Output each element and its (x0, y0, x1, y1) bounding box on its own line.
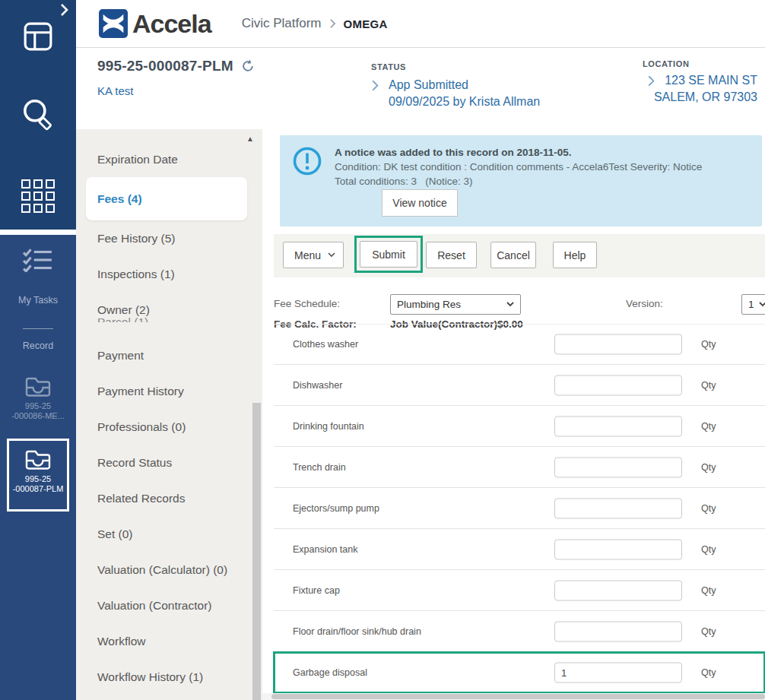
fee-item-label: Dishwasher (293, 380, 342, 391)
horizontal-scrollbar-thumb[interactable] (271, 694, 765, 699)
menu-item-label: Workflow History (1) (97, 670, 203, 684)
menu-item-label: Fees (4) (97, 192, 142, 206)
sidebar-record-tab-000086[interactable]: 995-25 -000086-ME... (0, 374, 76, 421)
notice-totals-line: Total conditions: 3 (Notice: 3) (335, 174, 702, 188)
menu-item[interactable]: Owner (2) Parcel (1) (76, 292, 262, 328)
qty-unit-label: Qty (701, 421, 716, 432)
record-tab-line1: 995-25 (0, 474, 76, 484)
menu-item-label: Set (0) (97, 527, 133, 541)
menu-item-label: Valuation (Calculator) (0) (97, 563, 227, 577)
notice-title: A notice was added to this record on 201… (335, 145, 702, 160)
qty-unit-label: Qty (701, 462, 716, 473)
menu-item-clipped-label: Parcel (1) (97, 315, 148, 322)
fee-quantity-input[interactable] (554, 539, 682, 559)
fee-schedule-select[interactable]: Plumbing Res (390, 294, 521, 315)
sidebar-expand-icon[interactable] (59, 3, 69, 17)
view-notice-button[interactable]: View notice (382, 189, 458, 217)
fee-row: Ejectors/sump pump Qty (274, 488, 765, 529)
reset-button[interactable]: Reset (426, 242, 477, 268)
menu-item[interactable]: Workflow History (1) (76, 659, 262, 695)
cancel-button[interactable]: Cancel (490, 242, 536, 268)
menu-item-label: Record Status (97, 456, 172, 470)
fee-schedule-selected-value: Plumbing Res (397, 299, 461, 310)
fee-item-label: Fixture cap (293, 585, 340, 596)
fee-quantity-input[interactable] (554, 457, 682, 477)
fee-row: Expansion tank Qty (274, 529, 765, 570)
menu-item-label: Workflow (97, 635, 145, 648)
fee-row: Drinking fountain Qty (274, 406, 765, 447)
sidebar-divider (23, 328, 53, 329)
qty-unit-label: Qty (701, 380, 716, 391)
record-id: 995-25-000087-PLM (97, 58, 233, 74)
accela-app-window: My Tasks Record 995-25 -000086-ME... 995… (0, 0, 765, 700)
menu-item[interactable]: Inspections (1) (76, 256, 262, 292)
fee-schedule-label: Fee Schedule: (274, 298, 340, 309)
fee-item-label: Trench drain (293, 462, 346, 473)
qty-unit-label: Qty (701, 667, 716, 678)
fees-main-content: A notice was added to this record on 201… (262, 129, 765, 700)
status-chevron-icon[interactable] (371, 80, 379, 91)
my-tasks-icon[interactable] (0, 248, 76, 272)
submit-button[interactable]: Submit (360, 241, 417, 268)
fee-quantity-input[interactable] (554, 498, 682, 518)
menu-item[interactable]: Fee History (5) (76, 220, 262, 256)
launchpad-icon[interactable] (0, 21, 76, 52)
notice-banner: A notice was added to this record on 201… (280, 135, 762, 226)
menu-item[interactable]: Payment (76, 337, 262, 373)
menu-item[interactable]: Related Records (76, 480, 262, 516)
location-label: LOCATION (643, 59, 757, 68)
qty-unit-label: Qty (701, 626, 716, 637)
chevron-down-icon (759, 302, 765, 307)
accela-logo-icon (99, 9, 128, 38)
fee-quantity-input[interactable] (554, 621, 682, 641)
sidebar-item-my-tasks[interactable]: My Tasks (0, 295, 76, 306)
version-selected-value: 1 (748, 299, 754, 310)
menu-item[interactable]: Professionals (0) (76, 409, 262, 445)
app-launcher-icon[interactable] (0, 179, 76, 213)
location-block: LOCATION 123 SE MAIN ST SALEM, OR 97303 (643, 59, 757, 104)
fee-quantity-input[interactable] (554, 662, 682, 683)
menu-item-label: Payment History (97, 385, 184, 398)
horizontal-scrollbar-track[interactable] (262, 693, 765, 700)
breadcrumb-chevron-icon (329, 18, 336, 29)
version-label: Version: (626, 298, 663, 309)
version-select[interactable]: 1 (741, 294, 765, 315)
menu-item[interactable]: Fees (4) (86, 177, 247, 220)
qty-unit-label: Qty (701, 585, 716, 596)
status-value: App Submitted (389, 78, 468, 92)
menu-item[interactable]: Valuation (Contractor) (76, 588, 262, 623)
fee-row: Clothes washer Qty (274, 324, 765, 365)
qty-unit-label: Qty (701, 339, 716, 350)
menu-item[interactable]: Workflow (76, 623, 262, 659)
menu-item[interactable]: Set (0) (76, 516, 262, 552)
breadcrumb-product: Civic Platform (242, 16, 322, 31)
menu-item[interactable]: Payment History (76, 373, 262, 409)
fee-row: Dishwasher Qty (274, 365, 765, 406)
chevron-down-icon (328, 252, 335, 258)
menu-item-label: Fee History (5) (97, 232, 176, 245)
menu-item[interactable]: Record Status (76, 445, 262, 480)
menu-item[interactable]: Expiration Date (76, 141, 262, 177)
menu-button-label: Menu (294, 249, 321, 261)
fee-quantity-input[interactable] (554, 334, 682, 355)
fee-row: Garbage disposal Qty (274, 652, 765, 693)
record-tab-line1: 995-25 (0, 401, 76, 411)
refresh-icon[interactable] (241, 59, 255, 73)
menu-item[interactable]: Valuation (Calculator) (0) (76, 552, 262, 588)
fee-quantity-input[interactable] (554, 580, 682, 600)
qty-unit-label: Qty (701, 503, 716, 514)
location-address-line1: 123 SE MAIN ST (665, 74, 757, 87)
fee-item-label: Expansion tank (293, 544, 357, 555)
status-label: STATUS (371, 62, 406, 71)
fee-item-label: Garbage disposal (293, 667, 367, 678)
search-icon[interactable] (0, 97, 76, 134)
sidebar-record-tab-000087[interactable]: 995-25 -000087-PLM (0, 447, 76, 494)
menu-scrollbar-thumb[interactable] (252, 403, 261, 700)
location-chevron-icon[interactable] (647, 75, 655, 87)
menu-item-label: Inspections (1) (97, 268, 175, 281)
help-button[interactable]: Help (553, 242, 597, 268)
fee-quantity-input[interactable] (554, 375, 682, 395)
menu-item-label: Valuation (Contractor) (97, 599, 211, 613)
menu-dropdown-button[interactable]: Menu (283, 242, 344, 268)
fee-quantity-input[interactable] (554, 416, 682, 436)
